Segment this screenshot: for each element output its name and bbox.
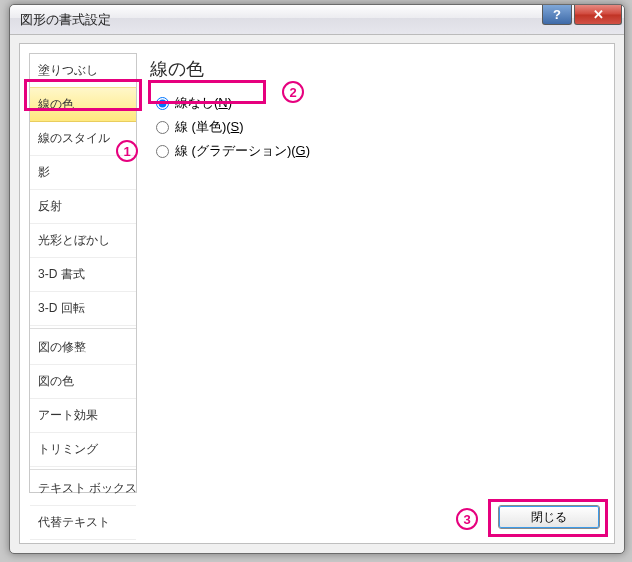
radio-n[interactable]: 線なし(N) bbox=[154, 91, 605, 115]
panel-title: 線の色 bbox=[150, 57, 605, 81]
window-close-button[interactable]: ✕ bbox=[574, 5, 622, 25]
sidebar-item-12[interactable]: テキスト ボックス bbox=[30, 472, 136, 506]
radio-label: 線 (単色)(S) bbox=[175, 118, 244, 136]
sidebar-item-3[interactable]: 影 bbox=[30, 156, 136, 190]
help-icon: ? bbox=[553, 7, 561, 22]
dialog-window: 図形の書式設定 ? ✕ 塗りつぶし線の色線のスタイル影反射光彩とぼかし3-D 書… bbox=[9, 4, 625, 554]
sidebar-item-8[interactable]: 図の修整 bbox=[30, 331, 136, 365]
radio-label: 線なし(N) bbox=[175, 94, 232, 112]
close-icon: ✕ bbox=[593, 7, 604, 22]
sidebar-item-10[interactable]: アート効果 bbox=[30, 399, 136, 433]
radio-s[interactable]: 線 (単色)(S) bbox=[154, 115, 605, 139]
window-title: 図形の書式設定 bbox=[20, 11, 111, 29]
sidebar-item-13[interactable]: 代替テキスト bbox=[30, 506, 136, 540]
close-button-label: 閉じる bbox=[531, 510, 567, 524]
close-button[interactable]: 閉じる bbox=[498, 505, 600, 529]
sidebar-item-2[interactable]: 線のスタイル bbox=[30, 122, 136, 156]
titlebar: 図形の書式設定 ? ✕ bbox=[10, 5, 624, 35]
settings-panel: 線の色 線なし(N)線 (単色)(S)線 (グラデーション)(G) bbox=[150, 53, 605, 493]
client-area: 塗りつぶし線の色線のスタイル影反射光彩とぼかし3-D 書式3-D 回転図の修整図… bbox=[19, 43, 615, 544]
line-color-radio-group: 線なし(N)線 (単色)(S)線 (グラデーション)(G) bbox=[150, 91, 605, 163]
sidebar-item-11[interactable]: トリミング bbox=[30, 433, 136, 467]
annotation-3: 3 bbox=[456, 508, 478, 530]
radio-input-n[interactable] bbox=[156, 97, 169, 110]
sidebar-item-4[interactable]: 反射 bbox=[30, 190, 136, 224]
radio-input-g[interactable] bbox=[156, 145, 169, 158]
sidebar-item-7[interactable]: 3-D 回転 bbox=[30, 292, 136, 326]
sidebar-separator bbox=[30, 469, 136, 470]
help-button[interactable]: ? bbox=[542, 5, 572, 25]
sidebar-item-9[interactable]: 図の色 bbox=[30, 365, 136, 399]
sidebar-item-5[interactable]: 光彩とぼかし bbox=[30, 224, 136, 258]
sidebar-item-1[interactable]: 線の色 bbox=[30, 87, 136, 122]
sidebar-item-0[interactable]: 塗りつぶし bbox=[30, 54, 136, 88]
sidebar-item-6[interactable]: 3-D 書式 bbox=[30, 258, 136, 292]
radio-label: 線 (グラデーション)(G) bbox=[175, 142, 310, 160]
titlebar-buttons: ? ✕ bbox=[542, 5, 622, 25]
radio-input-s[interactable] bbox=[156, 121, 169, 134]
sidebar-separator bbox=[30, 328, 136, 329]
radio-g[interactable]: 線 (グラデーション)(G) bbox=[154, 139, 605, 163]
category-sidebar: 塗りつぶし線の色線のスタイル影反射光彩とぼかし3-D 書式3-D 回転図の修整図… bbox=[29, 53, 137, 493]
